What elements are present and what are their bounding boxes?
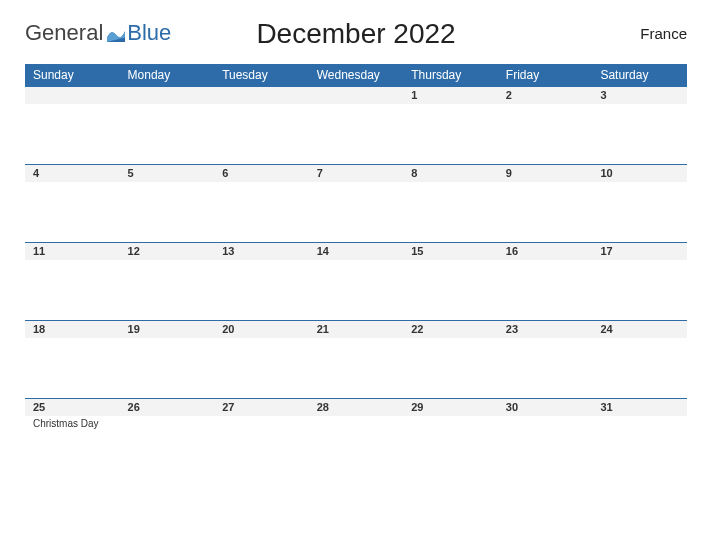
day-number: 30 — [498, 398, 593, 416]
week-row: 25Christmas Day 26 27 28 29 30 31 — [25, 398, 687, 476]
day-cell: 18 — [25, 320, 120, 398]
day-event — [120, 182, 215, 184]
day-event — [214, 182, 309, 184]
day-cell: 15 — [403, 242, 498, 320]
day-cell: 9 — [498, 164, 593, 242]
day-cell — [214, 86, 309, 164]
day-number — [25, 86, 120, 104]
day-number: 26 — [120, 398, 215, 416]
day-cell: 23 — [498, 320, 593, 398]
day-cell: 10 — [592, 164, 687, 242]
day-number: 29 — [403, 398, 498, 416]
day-number: 15 — [403, 242, 498, 260]
day-cell — [309, 86, 404, 164]
day-event — [592, 104, 687, 106]
day-event — [25, 260, 120, 262]
week-row: 1 2 3 — [25, 86, 687, 164]
day-event — [403, 416, 498, 418]
day-number: 6 — [214, 164, 309, 182]
day-cell: 26 — [120, 398, 215, 476]
day-event — [498, 104, 593, 106]
brand-name-part2: Blue — [127, 20, 171, 46]
dow-wednesday: Wednesday — [309, 64, 404, 86]
day-number: 17 — [592, 242, 687, 260]
day-cell: 20 — [214, 320, 309, 398]
day-event — [309, 182, 404, 184]
day-event — [25, 182, 120, 184]
day-number: 12 — [120, 242, 215, 260]
day-event — [309, 260, 404, 262]
day-number: 9 — [498, 164, 593, 182]
day-event — [403, 182, 498, 184]
wave-icon — [107, 24, 125, 42]
day-event — [120, 104, 215, 106]
day-event — [498, 182, 593, 184]
day-cell: 21 — [309, 320, 404, 398]
brand-logo: General Blue — [25, 20, 171, 46]
day-cell: 7 — [309, 164, 404, 242]
day-event — [403, 338, 498, 340]
day-cell: 11 — [25, 242, 120, 320]
week-row: 18 19 20 21 22 23 24 — [25, 320, 687, 398]
calendar-grid: Sunday Monday Tuesday Wednesday Thursday… — [25, 64, 687, 476]
day-cell: 19 — [120, 320, 215, 398]
day-event — [120, 416, 215, 418]
day-event — [309, 338, 404, 340]
day-cell: 14 — [309, 242, 404, 320]
day-number: 25 — [25, 398, 120, 416]
day-number — [309, 86, 404, 104]
day-cell: 28 — [309, 398, 404, 476]
day-number — [214, 86, 309, 104]
dow-monday: Monday — [120, 64, 215, 86]
day-cell: 1 — [403, 86, 498, 164]
day-number: 24 — [592, 320, 687, 338]
dow-sunday: Sunday — [25, 64, 120, 86]
day-event — [498, 260, 593, 262]
day-event — [214, 416, 309, 418]
dow-thursday: Thursday — [403, 64, 498, 86]
day-event — [214, 104, 309, 106]
day-cell: 22 — [403, 320, 498, 398]
day-of-week-header: Sunday Monday Tuesday Wednesday Thursday… — [25, 64, 687, 86]
day-event — [120, 338, 215, 340]
day-cell: 25Christmas Day — [25, 398, 120, 476]
day-cell: 17 — [592, 242, 687, 320]
day-number: 14 — [309, 242, 404, 260]
region-label: France — [640, 25, 687, 42]
day-number: 5 — [120, 164, 215, 182]
day-cell: 8 — [403, 164, 498, 242]
day-event — [309, 104, 404, 106]
day-cell: 13 — [214, 242, 309, 320]
day-cell: 2 — [498, 86, 593, 164]
day-number: 11 — [25, 242, 120, 260]
day-cell: 5 — [120, 164, 215, 242]
day-event — [403, 104, 498, 106]
day-number: 27 — [214, 398, 309, 416]
day-event — [214, 338, 309, 340]
day-cell: 31 — [592, 398, 687, 476]
day-number: 4 — [25, 164, 120, 182]
day-cell — [25, 86, 120, 164]
day-number: 21 — [309, 320, 404, 338]
day-event — [498, 416, 593, 418]
day-cell: 12 — [120, 242, 215, 320]
day-cell — [120, 86, 215, 164]
day-event — [592, 260, 687, 262]
day-number: 16 — [498, 242, 593, 260]
day-number: 8 — [403, 164, 498, 182]
week-row: 4 5 6 7 8 9 10 — [25, 164, 687, 242]
day-event — [498, 338, 593, 340]
day-number: 3 — [592, 86, 687, 104]
day-number: 7 — [309, 164, 404, 182]
day-cell: 24 — [592, 320, 687, 398]
calendar-body: 1 2 3 4 5 6 7 8 9 10 11 12 13 14 15 16 1… — [25, 86, 687, 476]
day-event — [592, 338, 687, 340]
day-event — [25, 104, 120, 106]
dow-saturday: Saturday — [592, 64, 687, 86]
day-number: 22 — [403, 320, 498, 338]
day-cell: 30 — [498, 398, 593, 476]
day-event — [25, 338, 120, 340]
day-cell: 16 — [498, 242, 593, 320]
day-number: 19 — [120, 320, 215, 338]
dow-friday: Friday — [498, 64, 593, 86]
